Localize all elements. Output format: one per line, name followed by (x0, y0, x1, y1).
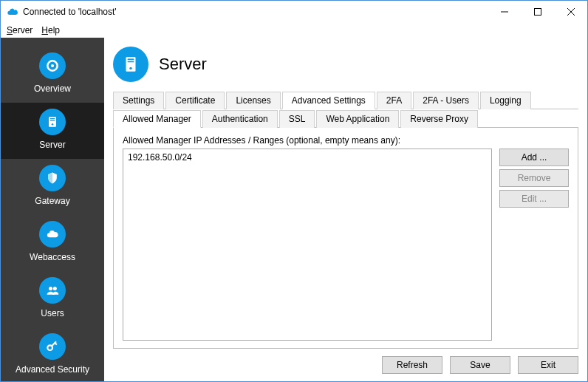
svg-point-11 (53, 287, 57, 290)
footer-buttons: Refresh Save Exit (113, 349, 578, 374)
cloud-icon (39, 221, 66, 248)
tab-advanced-settings[interactable]: Advanced Settings (282, 92, 375, 109)
tab-licenses[interactable]: Licenses (226, 92, 280, 109)
sidebar-item-server[interactable]: Server (1, 103, 104, 159)
sidebar-item-label: Server (39, 140, 65, 150)
svg-point-18 (129, 67, 131, 69)
sidebar-item-webaccess[interactable]: Webaccess (1, 215, 104, 271)
sidebar-item-users[interactable]: Users (1, 271, 104, 327)
page-title: Server (159, 55, 207, 74)
close-button[interactable] (554, 1, 587, 23)
svg-rect-1 (534, 9, 541, 16)
svg-line-14 (55, 343, 57, 345)
svg-point-5 (51, 64, 54, 67)
tab-allowed-manager[interactable]: Allowed Manager (113, 110, 201, 128)
list-item[interactable]: 192.168.50.0/24 (128, 152, 487, 163)
main-content: Server Settings Certificate Licenses Adv… (104, 38, 587, 381)
overview-icon (39, 52, 66, 79)
sidebar-item-label: Advanced Security (16, 364, 89, 375)
sidebar-item-label: Gateway (35, 196, 69, 206)
minimize-button[interactable] (488, 1, 521, 23)
tabs-primary: Settings Certificate Licenses Advanced S… (113, 91, 578, 109)
app-cloud-icon (7, 6, 18, 18)
svg-point-12 (47, 345, 52, 350)
svg-point-9 (52, 123, 54, 126)
sidebar: Overview Server Gateway Webaccess Users … (1, 38, 104, 381)
menu-help[interactable]: Help (41, 25, 60, 35)
menu-server[interactable]: Server (7, 25, 33, 35)
users-icon (39, 277, 66, 304)
tab-logging[interactable]: Logging (480, 92, 531, 109)
add-button[interactable]: Add ... (499, 149, 569, 166)
svg-point-10 (49, 287, 52, 290)
tab-settings[interactable]: Settings (113, 92, 164, 109)
list-action-buttons: Add ... Remove Edit ... (499, 149, 569, 341)
remove-button[interactable]: Remove (499, 169, 569, 187)
tab-ssl[interactable]: SSL (279, 110, 315, 128)
server-icon (39, 109, 66, 135)
sidebar-item-overview[interactable]: Overview (1, 47, 104, 103)
tabs-secondary: Allowed Manager Authentication SSL Web A… (113, 109, 578, 128)
server-icon (113, 47, 148, 82)
tab-reverse-proxy[interactable]: Reverse Proxy (400, 110, 478, 128)
sidebar-item-gateway[interactable]: Gateway (1, 159, 104, 215)
svg-rect-7 (50, 118, 55, 119)
svg-rect-16 (128, 58, 134, 60)
maximize-button[interactable] (521, 1, 554, 23)
tab-certificate[interactable]: Certificate (165, 92, 225, 109)
menu-bar: Server Help (1, 23, 587, 38)
shield-icon (39, 165, 66, 191)
svg-rect-8 (50, 120, 55, 121)
window-title: Connected to 'localhost' (23, 7, 488, 17)
allowed-manager-panel: Allowed Manager IP Addresses / Ranges (o… (113, 128, 578, 349)
key-icon (39, 333, 66, 360)
save-button[interactable]: Save (450, 356, 510, 374)
page-header: Server (113, 44, 578, 91)
tab-web-application[interactable]: Web Application (316, 110, 399, 128)
tab-2fa[interactable]: 2FA (377, 92, 411, 109)
sidebar-item-advanced-security[interactable]: Advanced Security (1, 327, 104, 382)
refresh-button[interactable]: Refresh (382, 356, 442, 374)
sidebar-item-label: Overview (34, 83, 71, 94)
exit-button[interactable]: Exit (518, 356, 578, 374)
allowed-ip-label: Allowed Manager IP Addresses / Ranges (o… (123, 135, 569, 146)
title-bar: Connected to 'localhost' (1, 1, 587, 23)
sidebar-item-label: Webaccess (30, 252, 75, 262)
tab-authentication[interactable]: Authentication (202, 110, 278, 128)
tab-2fa-users[interactable]: 2FA - Users (413, 92, 479, 109)
svg-rect-17 (128, 61, 134, 63)
edit-button[interactable]: Edit ... (499, 190, 569, 208)
sidebar-item-label: Users (41, 308, 64, 318)
allowed-ip-list[interactable]: 192.168.50.0/24 (123, 149, 492, 341)
